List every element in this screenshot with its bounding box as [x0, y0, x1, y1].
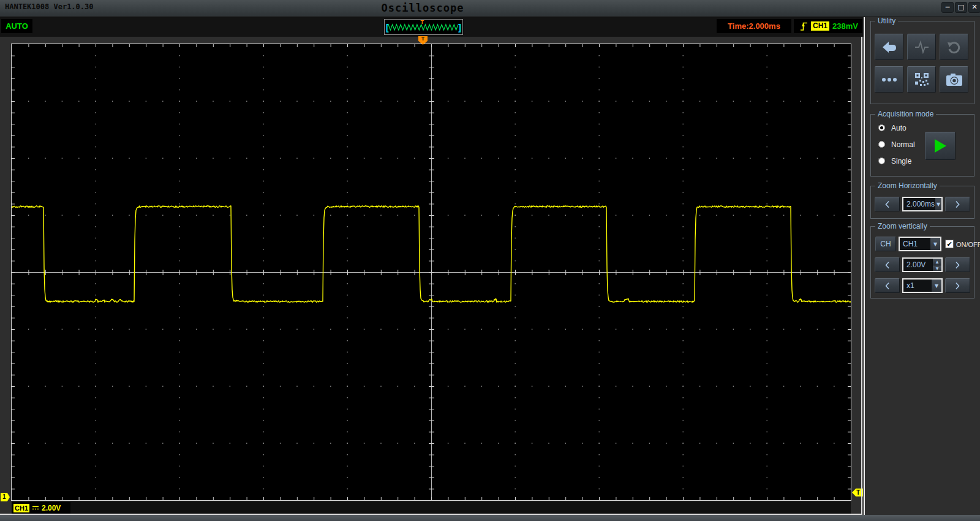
onoff-checkbox[interactable]: ✔	[945, 240, 954, 248]
control-panel: Utility	[865, 17, 980, 515]
channel-select-value: CH1	[900, 238, 930, 250]
volts-spin-up[interactable]: ▲	[933, 259, 941, 265]
chevron-left-icon	[884, 282, 890, 290]
channel-dropdown-arrow[interactable]: ▼	[930, 238, 940, 250]
chevron-right-icon	[955, 282, 960, 290]
volts-decrease-button[interactable]	[875, 257, 900, 272]
trigger-level-value: 238mV	[832, 21, 858, 31]
radio-normal[interactable]	[878, 140, 886, 148]
ch-button[interactable]: CH	[875, 237, 896, 251]
radio-single[interactable]	[878, 157, 886, 165]
coupling-icon	[32, 505, 39, 511]
trigger-slope-icon	[800, 21, 808, 32]
play-icon	[933, 139, 947, 153]
timebase-decrease-button[interactable]	[875, 197, 900, 211]
undo-icon	[947, 40, 962, 54]
run-status-badge: AUTO	[1, 19, 32, 33]
pulse-icon	[914, 40, 930, 54]
back-arrow-icon	[881, 40, 897, 54]
utility-group-label: Utility	[875, 17, 898, 25]
minimize-button[interactable]: −	[941, 2, 954, 13]
channel-info-strip	[12, 501, 851, 514]
channel-badge: CH1	[13, 504, 29, 512]
radio-auto[interactable]	[878, 124, 886, 132]
volts-spinner[interactable]: 2.00V ▲ ▼	[902, 257, 943, 272]
multiplier-select[interactable]: x1 ▼	[902, 278, 943, 293]
window-bottom-bar	[0, 515, 980, 521]
qr-code-icon	[914, 72, 929, 87]
timebase-dropdown-arrow[interactable]: ▼	[935, 198, 941, 210]
radio-single-label: Single	[891, 157, 911, 165]
back-button[interactable]	[875, 34, 903, 60]
onoff-label: ON/OFF	[956, 241, 980, 248]
chevron-right-icon	[955, 261, 960, 269]
volts-increase-button[interactable]	[945, 257, 970, 272]
window-title: Oscilloscope	[0, 2, 845, 14]
close-button[interactable]: ✕	[968, 2, 980, 13]
radio-auto-label: Auto	[891, 124, 907, 132]
preview-trigger-marker: T	[421, 20, 424, 25]
ellipsis-icon	[881, 77, 898, 83]
chevron-right-icon	[955, 200, 960, 208]
zoom-horizontal-label: Zoom Horizontally	[875, 181, 940, 190]
camera-icon	[946, 73, 963, 86]
chevron-left-icon	[884, 200, 890, 208]
zoom-horizontal-group: Zoom Horizontally 2.000ms ▼	[870, 186, 974, 219]
self-test-button[interactable]	[907, 34, 936, 60]
multiplier-decrease-button[interactable]	[875, 278, 900, 293]
radio-normal-label: Normal	[891, 140, 915, 149]
time-base-label: Time:2.000ms	[717, 19, 791, 33]
zoom-vertical-group: Zoom vertically CH CH1 ▼ ✔ ON/OFF 2.00V …	[870, 226, 974, 299]
acquisition-mode-label: Acquisition mode	[875, 110, 936, 118]
channel-select[interactable]: CH1 ▼	[899, 237, 941, 251]
trigger-channel-badge: CH1	[811, 21, 829, 31]
preview-left-bracket: [	[386, 22, 389, 33]
utility-group: Utility	[870, 21, 974, 104]
chevron-left-icon	[884, 261, 890, 269]
multiplier-increase-button[interactable]	[945, 278, 970, 293]
waveform-preview[interactable]: [ ] T	[384, 19, 463, 35]
undo-button[interactable]	[940, 34, 968, 60]
volts-spin-down[interactable]: ▼	[933, 265, 941, 272]
multiplier-value: x1	[903, 280, 931, 292]
channel-info-label: CH1 2.00V	[12, 502, 70, 514]
check-icon: ✔	[946, 240, 952, 248]
zoom-vertical-label: Zoom vertically	[875, 222, 930, 230]
oscilloscope-display[interactable]	[11, 44, 851, 501]
volts-per-div-value: 2.00V	[42, 504, 61, 512]
trigger-info: CH1 238mV	[794, 19, 862, 33]
qr-code-button[interactable]	[907, 66, 936, 93]
volts-value: 2.00V	[903, 259, 932, 271]
multiplier-dropdown-arrow[interactable]: ▼	[931, 280, 941, 292]
status-bar: AUTO [ ] T Time:2.000ms CH1 238mV	[0, 17, 864, 37]
more-options-button[interactable]	[875, 66, 903, 93]
timebase-select[interactable]: 2.000ms ▼	[902, 197, 943, 211]
frame-right-edge	[861, 37, 862, 514]
timebase-increase-button[interactable]	[945, 197, 970, 211]
screenshot-button[interactable]	[940, 66, 968, 93]
preview-right-bracket: ]	[458, 22, 461, 33]
run-stop-button[interactable]	[925, 132, 956, 160]
title-bar: HANTEK1008 Ver1.0.30 Oscilloscope − □ ✕	[0, 0, 980, 17]
maximize-button[interactable]: □	[955, 2, 967, 13]
acquisition-mode-group: Acquisition mode Auto Normal Single	[870, 114, 974, 177]
timebase-value: 2.000ms	[903, 198, 935, 210]
